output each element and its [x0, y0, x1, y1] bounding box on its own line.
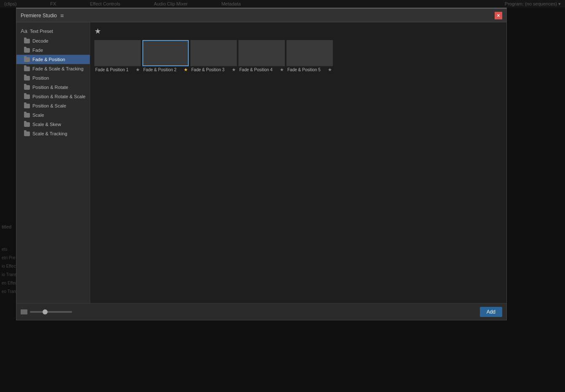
- sidebar-item-position-scale[interactable]: Position & Scale: [16, 101, 90, 110]
- folder-icon-scale-tracking: [24, 132, 30, 136]
- modal-menu-icon[interactable]: ≡: [60, 12, 64, 19]
- folder-icon-position-rotate: [24, 85, 30, 90]
- preset-label-row-4: Fade & Position 4 ★: [238, 66, 285, 73]
- folder-icon-decode: [24, 39, 30, 43]
- preset-label-1: Fade & Position 1: [95, 67, 129, 72]
- sidebar-item-fade-scale-tracking[interactable]: Fade & Scale & Tracking: [16, 64, 90, 73]
- preset-star-3[interactable]: ★: [232, 67, 236, 72]
- sidebar-label-decode: Decode: [32, 38, 48, 43]
- preset-label-2: Fade & Position 2: [143, 67, 177, 72]
- footer-folder-icon: [21, 309, 27, 314]
- preset-thumb-4: [238, 40, 285, 66]
- sidebar-label-fade-position: Fade & Position: [32, 57, 65, 62]
- sidebar-label-position-rotate: Position & Rotate: [32, 85, 68, 90]
- folder-icon-position: [24, 76, 30, 81]
- presets-grid: Fade & Position 1 ★ Fade & Position 2 ★: [94, 40, 502, 73]
- preset-item-2[interactable]: Fade & Position 2 ★: [142, 40, 189, 73]
- sidebar-item-scale-tracking[interactable]: Scale & Tracking: [16, 129, 90, 138]
- sidebar-label-position-rotate-scale: Position & Rotate & Scale: [32, 94, 86, 99]
- folder-icon-fade-scale-tracking: [24, 67, 30, 71]
- sidebar-label-scale-skew: Scale & Skew: [32, 122, 61, 127]
- preset-thumb-3: [190, 40, 237, 66]
- sidebar-section-header: Aa Text Preset: [16, 26, 90, 36]
- preset-label-row-5: Fade & Position 5 ★: [287, 66, 333, 73]
- preset-thumb-1: [94, 40, 141, 66]
- zoom-slider-thumb: [43, 309, 48, 314]
- content-area: ★ Fade & Position 1 ★ Fade & Position 2: [90, 22, 506, 303]
- sidebar: Aa Text Preset Decode Fade Fade & Positi…: [16, 22, 90, 303]
- folder-icon-fade-position: [24, 57, 30, 62]
- modal-title-text: Premiere Studio: [21, 13, 57, 19]
- preset-star-4[interactable]: ★: [280, 67, 284, 72]
- sidebar-item-fade[interactable]: Fade: [16, 46, 90, 55]
- preset-label-row-3: Fade & Position 3 ★: [190, 66, 237, 73]
- preset-star-1[interactable]: ★: [136, 67, 140, 72]
- preset-star-5[interactable]: ★: [328, 67, 332, 72]
- folder-icon-scale-skew: [24, 122, 30, 127]
- sidebar-label-position: Position: [32, 75, 49, 81]
- sidebar-label-scale: Scale: [32, 113, 44, 118]
- zoom-slider[interactable]: [30, 311, 72, 313]
- sidebar-label-fade-scale-tracking: Fade & Scale & Tracking: [32, 66, 83, 71]
- sidebar-label-fade: Fade: [32, 48, 43, 53]
- modal-close-button[interactable]: ×: [495, 12, 502, 19]
- sidebar-item-decode[interactable]: Decode: [16, 36, 90, 46]
- preset-item-1[interactable]: Fade & Position 1 ★: [94, 40, 141, 73]
- sidebar-item-scale-skew[interactable]: Scale & Skew: [16, 120, 90, 129]
- modal-footer: Add: [16, 303, 506, 320]
- preset-thumb-2: [142, 40, 189, 66]
- footer-left: [21, 309, 72, 314]
- preset-thumb-5: [287, 40, 333, 66]
- sidebar-item-fade-position[interactable]: Fade & Position: [16, 55, 90, 64]
- preset-item-4[interactable]: Fade & Position 4 ★: [238, 40, 285, 73]
- preset-item-3[interactable]: Fade & Position 3 ★: [190, 40, 237, 73]
- sidebar-item-scale[interactable]: Scale: [16, 110, 90, 120]
- folder-icon-scale: [24, 113, 30, 118]
- modal-body: Aa Text Preset Decode Fade Fade & Positi…: [16, 22, 506, 303]
- sidebar-item-position[interactable]: Position: [16, 73, 90, 83]
- favorites-star[interactable]: ★: [94, 27, 502, 36]
- folder-icon-position-scale: [24, 104, 30, 108]
- folder-icon-fade: [24, 48, 30, 53]
- preset-label-row-2: Fade & Position 2 ★: [142, 66, 189, 73]
- modal-title-group: Premiere Studio ≡: [21, 12, 64, 19]
- preset-item-5[interactable]: Fade & Position 5 ★: [287, 40, 333, 73]
- preset-label-4: Fade & Position 4: [239, 67, 273, 72]
- preset-star-2[interactable]: ★: [184, 67, 188, 72]
- preset-label-3: Fade & Position 3: [191, 67, 225, 72]
- sidebar-section-label: Text Preset: [30, 29, 53, 34]
- sidebar-item-position-rotate[interactable]: Position & Rotate: [16, 83, 90, 92]
- text-preset-icon: Aa: [21, 28, 27, 34]
- folder-icon-position-rotate-scale: [24, 94, 30, 99]
- sidebar-label-position-scale: Position & Scale: [32, 103, 66, 108]
- sidebar-label-scale-tracking: Scale & Tracking: [32, 131, 67, 136]
- sidebar-item-position-rotate-scale[interactable]: Position & Rotate & Scale: [16, 92, 90, 101]
- preset-label-row-1: Fade & Position 1 ★: [94, 66, 141, 73]
- preset-label-5: Fade & Position 5: [287, 67, 321, 72]
- add-button[interactable]: Add: [480, 307, 502, 317]
- modal-titlebar: Premiere Studio ≡ ×: [16, 9, 506, 22]
- modal-dialog: Premiere Studio ≡ × Aa Text Preset Decod…: [16, 8, 507, 320]
